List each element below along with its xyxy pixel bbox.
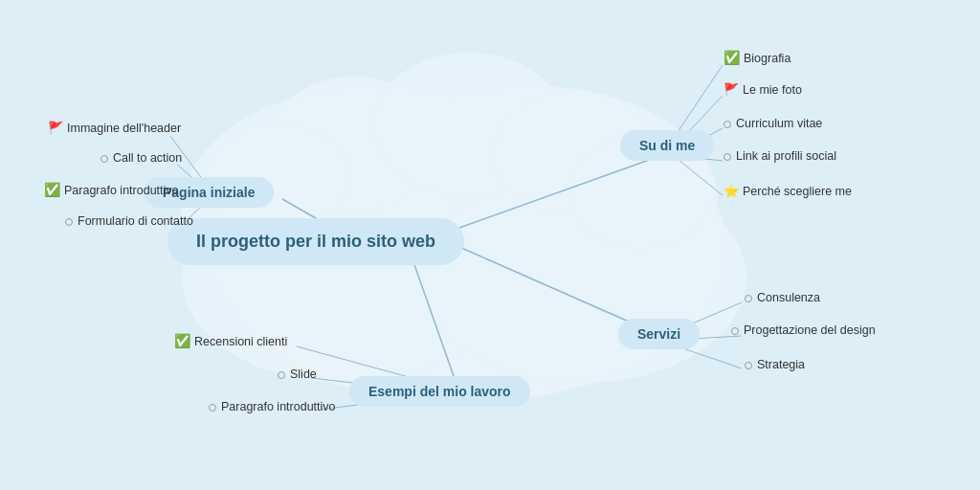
servizi-label: Servizi	[637, 326, 680, 342]
esempi-label: Esempi del mio lavoro	[368, 384, 511, 399]
svg-point-5	[421, 172, 746, 383]
dot-icon	[100, 155, 108, 163]
servizi-node[interactable]: Servizi	[618, 319, 700, 349]
leaf-immagine-header: 🚩Immagine dell'header	[48, 121, 181, 135]
leaf-progettazione: Progettazione del design	[731, 323, 876, 337]
svg-point-6	[268, 77, 440, 211]
dot-icon	[724, 153, 731, 161]
dot-icon	[731, 327, 739, 335]
dot-icon	[65, 218, 73, 226]
dot-icon	[745, 295, 752, 302]
leaf-perche: ⭐Perché scegliere me	[724, 184, 852, 198]
mind-map: Il progetto per il mio sito web Pagina i…	[0, 0, 980, 490]
svg-point-7	[373, 53, 565, 196]
svg-line-23	[679, 161, 723, 195]
su-di-me-label: Su di me	[639, 138, 695, 153]
leaf-curriculum: Curriculum vitae	[724, 117, 822, 130]
leaf-le-mie-foto: 🚩Le mie foto	[724, 82, 802, 97]
main-node[interactable]: Il progetto per il mio sito web	[167, 218, 464, 265]
flag-icon: 🚩	[48, 121, 63, 135]
check-icon: ✅	[44, 182, 60, 197]
su-di-me-node[interactable]: Su di me	[620, 130, 714, 161]
dot-icon	[209, 404, 216, 412]
leaf-link-social: Link ai profili social	[724, 149, 836, 163]
dot-icon	[278, 371, 285, 379]
main-node-label: Il progetto per il mio sito web	[196, 232, 435, 251]
svg-point-2	[354, 86, 718, 316]
leaf-paragrafo-intro-home: ✅Paragrafo introduttivo	[44, 182, 179, 197]
check-icon: ✅	[724, 50, 740, 65]
leaf-recensioni: ✅Recensioni clienti	[174, 333, 287, 348]
check-icon: ✅	[174, 333, 190, 348]
leaf-paragrafo-intro-esempi: Paragrafo introduttivo	[209, 400, 336, 413]
esempi-node[interactable]: Esempi del mio lavoro	[349, 376, 530, 407]
leaf-strategia: Strategia	[745, 358, 805, 371]
dot-icon	[745, 362, 752, 369]
leaf-formulario: Formulario di contatto	[65, 214, 193, 228]
star-icon: ⭐	[724, 184, 739, 198]
leaf-call-to-action: Call to action	[100, 151, 182, 165]
leaf-slide: Slide	[278, 368, 317, 381]
svg-point-1	[182, 86, 565, 335]
dot-icon	[724, 121, 731, 128]
connections-svg	[0, 0, 980, 490]
svg-line-14	[412, 256, 459, 392]
flag-icon: 🚩	[724, 82, 739, 97]
leaf-consulenza: Consulenza	[745, 291, 820, 304]
leaf-biografia: ✅Biografia	[724, 50, 791, 65]
svg-line-12	[459, 153, 668, 228]
